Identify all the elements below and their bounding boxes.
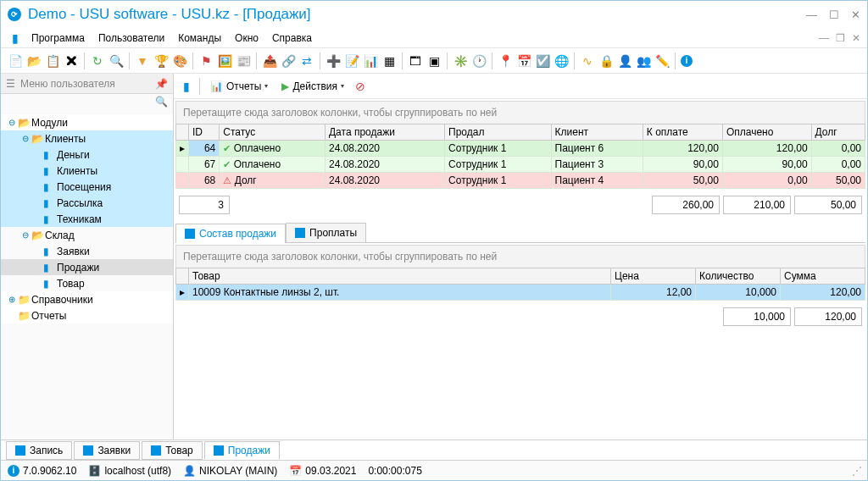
tree-search-icon[interactable]: 🔍 [155,96,168,111]
col-status[interactable]: Статус [220,124,326,141]
user-icon[interactable]: 👤 [617,53,632,69]
menu-bar: ▮ Программа Пользователи Команды Окно Сп… [1,28,867,48]
clock-icon[interactable]: 🕐 [471,53,487,69]
group-hint-2[interactable]: Перетащите сюда заголовок колонки, чтобы… [175,245,865,268]
col-seller[interactable]: Продал [445,124,552,141]
tree-refs[interactable]: ⊕📁Справочники [1,291,173,307]
globe-icon[interactable]: 🌐 [554,53,569,69]
tab-payments[interactable]: Проплаты [286,223,366,242]
group-hint-1[interactable]: Перетащите сюда заголовок колонки, чтобы… [175,101,865,124]
users-icon[interactable]: 👥 [636,53,651,69]
dcol-price[interactable]: Цена [611,268,696,285]
detail-row[interactable]: ▸ 10009 Контактные линзы 2, шт. 12,00 10… [176,285,865,301]
burger-icon[interactable]: ☰ [6,78,15,90]
reports-dropdown[interactable]: 📊Отчеты▾ [205,79,273,94]
tree-reports[interactable]: ·📁Отчеты [1,307,173,323]
tree-sales[interactable]: ▮Продажи [1,259,173,275]
lock-icon[interactable]: 🔒 [598,53,614,69]
actions-dropdown[interactable]: ▶Действия▾ [276,79,349,94]
bottom-tabs: Запись Заявки Товар Продажи [1,440,867,460]
grid-icon[interactable]: ▦ [381,53,397,69]
sales-grid[interactable]: ID Статус Дата продажи Продал Клиент К о… [175,124,865,189]
image-icon[interactable]: 🖼️ [217,53,232,69]
ct-menu-icon[interactable]: ▮ [179,79,194,94]
trophy-icon[interactable]: 🏆 [153,53,169,69]
tree-visits[interactable]: ▮Посещения [1,179,173,195]
title-bar: ⟳ Demo - USU software - USU.kz - [Продаж… [1,1,867,28]
swap-icon[interactable]: ⇄ [299,53,314,69]
menu-help[interactable]: Справка [267,30,317,46]
col-paid[interactable]: Оплачено [722,124,811,141]
resize-grip[interactable]: ⋰ [852,465,860,477]
minimize-button[interactable]: — [806,8,817,21]
tab-compose[interactable]: Состав продажи [175,224,286,243]
new-icon[interactable]: 📄 [8,53,23,69]
col-client[interactable]: Клиент [551,124,643,141]
btab-goods[interactable]: Товар [142,441,203,460]
tree-requests[interactable]: ▮Заявки [1,243,173,259]
pin-icon[interactable]: 📌 [155,78,168,90]
tree-tech[interactable]: ▮Техникам [1,211,173,227]
col-date[interactable]: Дата продажи [325,124,444,141]
tree-clients[interactable]: ⊖📂Клиенты [1,130,173,147]
rss-icon[interactable]: ∿ [580,53,595,69]
copy-icon[interactable]: 📋 [45,53,60,69]
menu-icon[interactable]: ▮ [8,30,23,46]
sum-paid: 210,00 [723,196,791,214]
window-icon[interactable]: 🗔 [408,53,423,69]
sum-debt: 50,00 [794,196,862,214]
grid-row[interactable]: ▸64✔ Оплачено24.08.2020Сотрудник 1Пациен… [176,141,865,157]
open-icon[interactable]: 📂 [26,53,42,69]
pencil-icon[interactable]: ✏️ [654,53,670,69]
col-id[interactable]: ID [189,124,220,141]
grid-row[interactable]: 67✔ Оплачено24.08.2020Сотрудник 1Пациент… [176,157,865,173]
tree-goods[interactable]: ▮Товар [1,275,173,291]
menu-commands[interactable]: Команды [173,30,226,46]
menu-program[interactable]: Программа [26,30,90,46]
dcol-item[interactable]: Товар [189,268,611,285]
palette-icon[interactable]: 🎨 [172,53,187,69]
close-button[interactable]: ✕ [851,8,860,21]
col-debt[interactable]: Долг [811,124,865,141]
info-icon[interactable]: i [681,55,693,67]
sum-count: 3 [179,196,230,214]
grid-row[interactable]: 68⚠ Долг24.08.2020Сотрудник 1Пациент 450… [176,173,865,189]
star-icon[interactable]: ✳️ [453,53,468,69]
menu-users[interactable]: Пользователи [93,30,170,46]
btab-requests[interactable]: Заявки [74,441,140,460]
export-icon[interactable]: 📤 [262,53,277,69]
inner-close-button[interactable]: ✕ [852,32,860,44]
calendar-icon[interactable]: 📅 [516,53,531,69]
btab-record[interactable]: Запись [6,441,72,460]
layout-icon[interactable]: ▣ [426,53,442,69]
detail-grid[interactable]: Товар Цена Количество Сумма ▸ 10009 Конт… [175,268,865,301]
tree-modules[interactable]: ⊖📂Модули [1,114,173,130]
search-icon[interactable]: 🔍 [108,53,124,69]
dsum-sum: 120,00 [794,307,862,326]
delete-icon[interactable]: 🗙 [64,53,79,69]
tasks-icon[interactable]: ☑️ [535,53,550,69]
dcol-sum[interactable]: Сумма [781,268,865,285]
filter-icon[interactable]: ▼ [135,53,150,69]
pin-icon[interactable]: 📍 [498,53,513,69]
note-icon[interactable]: 📝 [344,53,359,69]
excel-icon[interactable]: 📊 [363,53,378,69]
col-topay[interactable]: К оплате [643,124,722,141]
info-icon[interactable]: i [8,465,19,477]
stop-icon[interactable]: ⊘ [353,79,368,94]
tree-money[interactable]: ▮Деньги [1,147,173,163]
link-icon[interactable]: 🔗 [281,53,296,69]
menu-window[interactable]: Окно [230,30,264,46]
tree-warehouse[interactable]: ⊖📂Склад [1,227,173,243]
add-icon[interactable]: ➕ [326,53,341,69]
flag-icon[interactable]: ⚑ [198,53,214,69]
maximize-button[interactable]: ☐ [829,8,839,21]
refresh-icon[interactable]: ↻ [90,53,105,69]
tree-mailing[interactable]: ▮Рассылка [1,195,173,211]
inner-restore-button[interactable]: ❐ [836,32,845,44]
inner-minimize-button[interactable]: — [819,32,829,44]
tree-clients2[interactable]: ▮Клиенты [1,163,173,179]
btab-sales[interactable]: Продажи [204,441,280,460]
dcol-qty[interactable]: Количество [696,268,781,285]
page-icon[interactable]: 📰 [236,53,251,69]
